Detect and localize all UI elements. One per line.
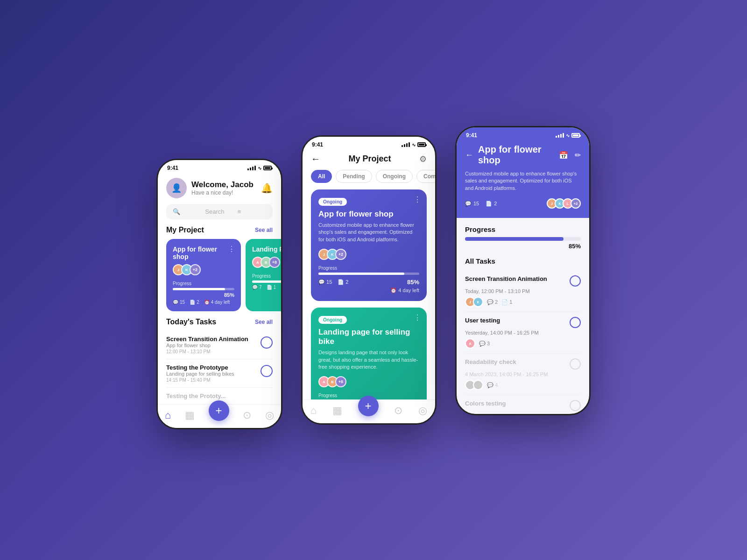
center-card-1[interactable]: ⋮ Ongoing App for flower shop Customized…	[311, 189, 427, 301]
rtask-2-comments: 💬 3	[479, 341, 490, 347]
nav-profile-c[interactable]: ◎	[418, 405, 427, 417]
progress-section-right: Progress 85%	[465, 225, 581, 250]
card2-badge: Ongoing	[318, 316, 347, 324]
bell-icon[interactable]: 🔔	[261, 182, 273, 194]
search-bar[interactable]: 🔍 Search ≡	[166, 204, 273, 219]
card1-prog-bar	[318, 273, 419, 275]
time-left: 9:41	[167, 165, 178, 171]
task-check-2[interactable]	[261, 365, 273, 377]
see-all-tasks[interactable]: See all	[255, 319, 273, 325]
time-right: 9:41	[466, 132, 477, 139]
card1-pct: 85%	[407, 279, 419, 286]
project-card-landing[interactable]: ⋮ Landing Page A B +8 Progress 💬 7 📄 1	[246, 239, 281, 311]
bottom-nav-left: ⌂ ▦ + ⊙ ◎	[158, 404, 281, 428]
avatars-row-flower: J K +2	[173, 264, 234, 275]
nav-profile-left[interactable]: ◎	[265, 409, 274, 421]
status-icons-left: ∿	[247, 166, 272, 171]
progress-label-2: Progress	[252, 273, 281, 279]
card1-prog-label: Progress	[318, 266, 419, 271]
task-sub-2: Landing page for selling bikes	[166, 371, 256, 377]
card1-timeleft: ⏰ 4 day left	[318, 287, 419, 294]
tab-completed[interactable]: Completed	[416, 170, 435, 183]
battery-icon-r	[571, 133, 580, 138]
progress-track-right	[465, 237, 581, 241]
rtask-1-comments: 💬 2	[487, 299, 498, 305]
right-stats: 💬 15 📄 2	[465, 201, 497, 207]
right-header: ← App for flower shop 📅 ✏ Customized mob…	[457, 140, 589, 218]
progress-fill-2	[252, 280, 281, 283]
rtask-4-title: Colors testing	[465, 400, 506, 407]
left-content: 👤 Welcome, Jacob Have a nice day! 🔔 🔍 Se…	[158, 173, 281, 427]
rtask-1-header: Screen Transition Animation	[465, 275, 581, 287]
nav-home-left[interactable]: ⌂	[165, 409, 171, 421]
progress-bar-2	[252, 280, 281, 283]
rtask-3-header: Readability check	[465, 358, 581, 370]
task-title-2: Testing the Prototype	[166, 364, 256, 371]
rtask-1-files: 📄 1	[501, 299, 512, 305]
status-icons-right: ∿	[556, 133, 580, 138]
nav-search-c[interactable]: ⊙	[394, 405, 402, 417]
edit-icon-r[interactable]: ✏	[575, 151, 581, 160]
card1-desc: Customized mobile app to enhance flower …	[318, 222, 419, 243]
welcome-subtitle: Have a nice day!	[191, 189, 254, 196]
project-dots: ⋮	[228, 245, 235, 253]
rtask-3: Readability check 4 March 2023, 14:00 PM…	[465, 354, 581, 395]
rtask-3-avatars	[465, 380, 483, 390]
filter-tabs: All Pending Ongoing Completed	[303, 170, 435, 189]
rtask-1-check[interactable]	[570, 275, 581, 287]
card2-avex: +8	[335, 376, 346, 387]
tab-pending[interactable]: Pending	[336, 170, 372, 183]
profile-section: 👤 Welcome, Jacob Have a nice day! 🔔	[158, 173, 281, 204]
project-card-flower[interactable]: ⋮ App for flower shop J K +2 Progress 85…	[166, 239, 241, 311]
rtask-3-check[interactable]	[570, 358, 581, 370]
right-comments: 💬 15	[465, 201, 479, 207]
card2-desc: Designs landing page that not only look …	[318, 349, 419, 371]
task-check-1[interactable]	[261, 336, 273, 349]
tab-ongoing[interactable]: Ongoing	[376, 170, 413, 183]
nav-calendar-c[interactable]: ▦	[332, 405, 342, 417]
phone-left: 9:41 ∿ 👤 Welcome, Jacob Have a nice day!	[156, 159, 282, 429]
task-info-1: Screen Transition Animation App for flow…	[166, 336, 256, 354]
search-placeholder: Search	[205, 208, 233, 215]
wifi-icon: ∿	[258, 166, 261, 171]
right-header-top: ← App for flower shop 📅 ✏	[465, 144, 581, 166]
comments-stat-2: 💬 7	[252, 285, 262, 290]
calendar-icon-r[interactable]: 📅	[559, 151, 568, 160]
task-title-3: Testing the Prototy...	[166, 392, 273, 399]
signal-icon	[247, 166, 256, 170]
rtask-2-bottom: A 💬 3	[465, 338, 581, 349]
project-stats-1: 💬 15 📄 2 ⏰ 4 day left	[173, 300, 234, 305]
nav-search-left[interactable]: ⊙	[243, 409, 251, 421]
all-tasks-label: All Tasks	[465, 257, 581, 265]
tab-all[interactable]: All	[311, 170, 332, 183]
progress-label-1: Progress	[173, 281, 234, 286]
task-sub-1: App for flower shop	[166, 343, 256, 348]
rtask-1-title: Screen Transition Animation	[465, 275, 547, 282]
nav-home-c[interactable]: ⌂	[310, 405, 317, 417]
back-button[interactable]: ←	[311, 154, 320, 164]
fab-center[interactable]: +	[358, 396, 379, 416]
rtask-4-check[interactable]	[570, 400, 581, 411]
see-all-projects[interactable]: See all	[255, 227, 273, 233]
card2-title: Landing page for selling bike	[318, 328, 419, 346]
task-title-1: Screen Transition Animation	[166, 336, 256, 343]
rtask-4-header: Colors testing	[465, 400, 581, 411]
rtask1-av2: K	[473, 297, 483, 307]
right-files: 📄 2	[486, 201, 497, 207]
fab-button[interactable]: +	[209, 400, 229, 421]
files-stat-2: 📄 1	[267, 285, 276, 290]
rtask-1-avatars: J K	[465, 297, 483, 307]
card1-dots: ⋮	[414, 195, 421, 204]
project-flower-title: App for flower shop	[173, 245, 234, 260]
right-back-btn[interactable]: ←	[465, 150, 473, 160]
all-tasks-section: All Tasks Screen Transition Animation To…	[465, 257, 581, 415]
card1-comments: 💬 15	[318, 279, 332, 285]
time-center: 9:41	[312, 141, 323, 148]
project-stats-2: 💬 7 📄 1	[252, 285, 281, 290]
card1-prog-fill	[318, 273, 404, 275]
gear-icon[interactable]: ⚙	[419, 154, 427, 164]
todays-tasks-header: Today's Tasks See all	[158, 318, 281, 331]
nav-calendar-left[interactable]: ▦	[185, 409, 195, 421]
right-main-content: Progress 85% All Tasks Screen Transition…	[457, 218, 589, 415]
rtask-2-check[interactable]	[570, 317, 581, 328]
